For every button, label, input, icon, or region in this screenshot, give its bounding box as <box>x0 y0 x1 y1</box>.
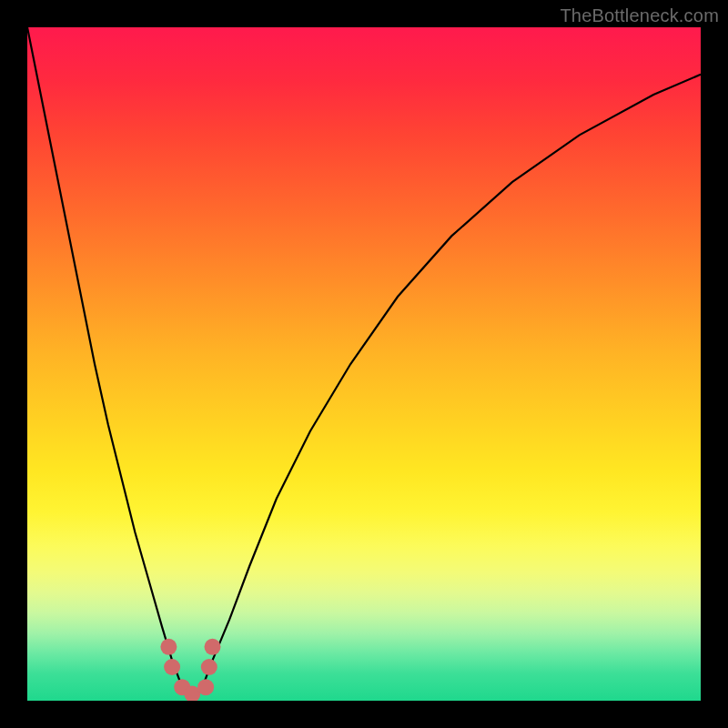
watermark-text: TheBottleneck.com <box>560 5 719 26</box>
highlight-dot <box>164 659 180 675</box>
curve-layer <box>27 27 701 701</box>
highlight-dot <box>197 679 214 695</box>
highlight-dots <box>160 639 220 701</box>
plot-area <box>27 27 701 701</box>
chart-frame: TheBottleneck.com <box>0 0 728 728</box>
highlight-dot <box>205 639 221 655</box>
highlight-dot <box>160 639 177 655</box>
highlight-dot <box>201 659 217 675</box>
bottleneck-curve <box>27 27 701 701</box>
